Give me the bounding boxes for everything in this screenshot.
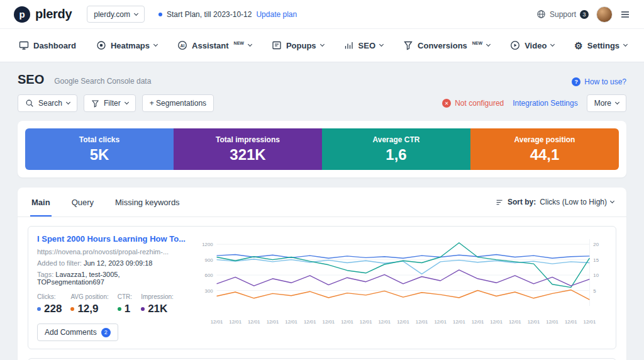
comments-count-badge: 2 bbox=[101, 328, 111, 337]
svg-text:12/01: 12/01 bbox=[267, 319, 279, 325]
globe-icon bbox=[536, 9, 546, 19]
add-comments-label: Add Comments bbox=[45, 328, 97, 337]
nav-label: SEO bbox=[358, 41, 375, 50]
chevron-down-icon bbox=[379, 42, 384, 47]
stats-card: Total clicks 5K Total impressions 321K A… bbox=[18, 121, 626, 177]
svg-text:12/01: 12/01 bbox=[472, 319, 484, 325]
more-button[interactable]: More bbox=[587, 94, 626, 112]
search-button[interactable]: Search bbox=[18, 94, 77, 112]
tab-missing-keywords[interactable]: Missing keywords bbox=[114, 188, 181, 217]
seo-chart-icon bbox=[344, 40, 354, 50]
chevron-down-icon bbox=[66, 100, 70, 104]
tags-line: Tags: Lavazza1, test-3005, TOPsegmentati… bbox=[37, 271, 188, 286]
support-label: Support bbox=[550, 10, 576, 19]
stat-label: Average CTR bbox=[373, 135, 420, 144]
metric-label: AVG position: bbox=[70, 293, 108, 300]
stat-average-position: Average position 44,1 bbox=[470, 128, 619, 170]
added-to-filter: Added to filter: Jun 12, 2023 09:09:18 bbox=[37, 259, 188, 267]
tab-main[interactable]: Main bbox=[30, 188, 52, 217]
integration-settings-link[interactable]: Integration Settings bbox=[513, 99, 577, 108]
new-badge: NEW bbox=[234, 41, 244, 45]
tab-query[interactable]: Query bbox=[70, 188, 95, 217]
results-card: Main Query Missing keywords Sort by: Cli… bbox=[18, 188, 626, 360]
metric-number: 228 bbox=[44, 303, 62, 315]
stat-value: 321K bbox=[230, 146, 265, 164]
metric-number: 12,9 bbox=[77, 303, 98, 315]
chevron-down-icon bbox=[615, 100, 619, 104]
support-button[interactable]: Support 3 bbox=[536, 9, 589, 19]
svg-text:1200: 1200 bbox=[202, 242, 213, 247]
nav-item-popups[interactable]: Popups bbox=[272, 40, 324, 50]
update-plan-link[interactable]: Update plan bbox=[256, 10, 297, 19]
search-icon bbox=[25, 99, 34, 108]
filter-button[interactable]: Filter bbox=[84, 94, 136, 112]
nav-item-assistant[interactable]: AI Assistant NEW bbox=[177, 40, 252, 50]
not-configured-status: Not configured bbox=[442, 99, 504, 108]
svg-text:20: 20 bbox=[593, 242, 599, 247]
sort-label: Sort by: bbox=[508, 198, 536, 206]
sort-control[interactable]: Sort by: Clicks (Low to High) bbox=[496, 198, 614, 206]
svg-text:12/01: 12/01 bbox=[285, 319, 297, 325]
svg-text:12/01: 12/01 bbox=[248, 319, 260, 325]
result-title-link[interactable]: I Spent 2000 Hours Learning How To... bbox=[37, 234, 188, 244]
stats-row: Total clicks 5K Total impressions 321K A… bbox=[25, 128, 619, 170]
add-comments-button[interactable]: Add Comments 2 bbox=[37, 323, 118, 341]
metric-avg-position: AVG position: 12,9 bbox=[70, 293, 108, 315]
svg-text:12/01: 12/01 bbox=[341, 319, 353, 325]
nav-label: Assistant bbox=[192, 41, 229, 50]
sort-icon bbox=[496, 198, 504, 206]
support-count-badge: 3 bbox=[580, 10, 589, 19]
svg-text:12/01: 12/01 bbox=[229, 319, 242, 325]
svg-text:12/01: 12/01 bbox=[304, 319, 316, 325]
new-badge: NEW bbox=[472, 41, 482, 45]
stat-label: Total impressions bbox=[216, 135, 280, 144]
result-item-details: I Spent 2000 Hours Learning How To... ht… bbox=[37, 234, 188, 341]
topbar: plerdy plerdy.com Start Plan, till 2023-… bbox=[0, 0, 644, 29]
added-value: Jun 12, 2023 09:09:18 bbox=[84, 259, 152, 267]
filter-label: Filter bbox=[104, 99, 121, 108]
nav-item-heatmaps[interactable]: Heatmaps bbox=[96, 40, 157, 50]
metric-label: Impression: bbox=[141, 293, 174, 300]
svg-text:10: 10 bbox=[593, 273, 599, 278]
sort-value: Clicks (Low to High) bbox=[540, 198, 607, 206]
avatar[interactable] bbox=[596, 6, 613, 23]
nav-item-settings[interactable]: ⚙ Settings bbox=[574, 41, 627, 50]
nav-item-dashboard[interactable]: Dashboard bbox=[19, 40, 76, 50]
nav-item-conversions[interactable]: Conversions NEW bbox=[403, 40, 490, 50]
svg-text:5: 5 bbox=[593, 288, 596, 293]
metric-clicks: Clicks: 228 bbox=[37, 293, 62, 315]
svg-text:12/01: 12/01 bbox=[584, 319, 596, 325]
chevron-down-icon bbox=[623, 42, 628, 47]
metric-ctr: CTR: 1 bbox=[118, 293, 132, 315]
how-to-use-label: How to use? bbox=[584, 77, 626, 86]
metric-dot bbox=[118, 307, 121, 311]
svg-text:12/01: 12/01 bbox=[397, 319, 409, 325]
not-configured-label: Not configured bbox=[455, 99, 504, 108]
plan-status-dot bbox=[158, 13, 162, 16]
svg-text:12/01: 12/01 bbox=[565, 319, 577, 325]
brand[interactable]: plerdy bbox=[14, 6, 72, 23]
menu-icon[interactable] bbox=[620, 9, 630, 20]
stat-total-impressions: Total impressions 321K bbox=[174, 128, 322, 170]
ai-assistant-icon: AI bbox=[177, 40, 187, 50]
domain-selector[interactable]: plerdy.com bbox=[87, 6, 145, 23]
filter-icon bbox=[91, 99, 99, 108]
chevron-down-icon bbox=[486, 42, 491, 47]
nav-item-video[interactable]: Video bbox=[510, 40, 554, 50]
error-icon bbox=[442, 99, 451, 108]
svg-text:12/01: 12/01 bbox=[434, 319, 447, 325]
svg-text:12/01: 12/01 bbox=[323, 319, 335, 325]
nav-label: Heatmaps bbox=[111, 41, 150, 50]
nav-label: Dashboard bbox=[33, 41, 76, 50]
video-play-icon bbox=[510, 40, 520, 50]
segmentations-button[interactable]: + Segmentations bbox=[142, 94, 214, 112]
toolbar: Search Filter + Segmentations Not config… bbox=[0, 93, 644, 112]
svg-text:12/01: 12/01 bbox=[509, 319, 521, 325]
chevron-down-icon bbox=[320, 42, 325, 47]
how-to-use-link[interactable]: How to use? bbox=[572, 77, 626, 86]
stat-value: 5K bbox=[90, 146, 109, 164]
nav-label: Conversions bbox=[418, 41, 467, 50]
more-label: More bbox=[594, 99, 611, 108]
nav-item-seo[interactable]: SEO bbox=[344, 40, 383, 50]
chevron-down-icon bbox=[550, 42, 555, 47]
